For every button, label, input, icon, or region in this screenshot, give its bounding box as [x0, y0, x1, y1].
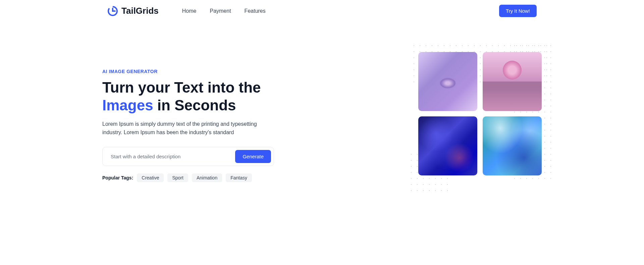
- title-highlight: Images: [102, 97, 153, 113]
- navbar: TailGrids Home Payment Features Try It N…: [107, 5, 537, 17]
- tag-creative[interactable]: Creative: [137, 173, 164, 182]
- sample-image-4: [483, 116, 542, 175]
- title-part1: Turn your Text into the: [102, 79, 261, 96]
- hero-section: AI IMAGE GENERATOR Turn your Text into t…: [102, 22, 542, 202]
- try-now-button[interactable]: Try It Now!: [499, 5, 537, 17]
- nav-links: Home Payment Features: [182, 8, 266, 14]
- tag-fantasy[interactable]: Fantasy: [226, 173, 252, 182]
- hero-content: AI IMAGE GENERATOR Turn your Text into t…: [102, 52, 296, 182]
- logo-icon: [107, 6, 118, 16]
- title-part2: in Seconds: [153, 97, 236, 113]
- logo[interactable]: TailGrids: [107, 6, 159, 16]
- sample-image-2: [483, 52, 542, 111]
- tag-animation[interactable]: Animation: [192, 173, 222, 182]
- header: TailGrids Home Payment Features Try It N…: [0, 0, 644, 22]
- nav-home[interactable]: Home: [182, 8, 197, 14]
- tag-sport[interactable]: Sport: [167, 173, 188, 182]
- generate-button[interactable]: Generate: [235, 150, 271, 163]
- sample-image-3: [418, 116, 477, 175]
- hero-gallery: [309, 52, 542, 182]
- hero-subtitle: AI IMAGE GENERATOR: [102, 69, 296, 74]
- sample-image-1: [418, 52, 477, 111]
- hero-description: Lorem Ipsum is simply dummy text of the …: [102, 120, 263, 137]
- logo-text: TailGrids: [121, 6, 159, 16]
- hero-title: Turn your Text into the Images in Second…: [102, 79, 296, 114]
- image-grid: [418, 52, 542, 175]
- nav-payment[interactable]: Payment: [210, 8, 231, 14]
- tags-label: Popular Tags:: [102, 175, 133, 180]
- prompt-input-container: Generate: [102, 147, 274, 166]
- tags-row: Popular Tags: Creative Sport Animation F…: [102, 173, 296, 182]
- nav-features[interactable]: Features: [245, 8, 266, 14]
- prompt-input[interactable]: [111, 154, 235, 159]
